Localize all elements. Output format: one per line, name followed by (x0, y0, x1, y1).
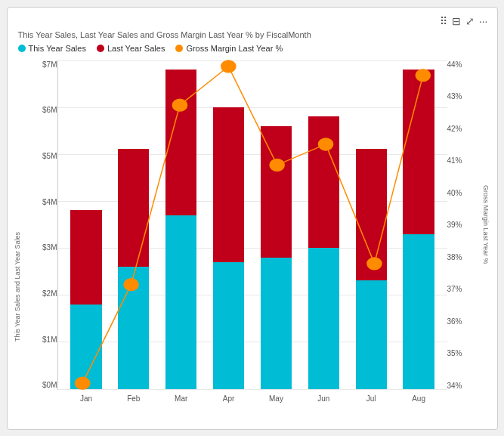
bar-red-aug (403, 70, 434, 233)
legend-item-this-year: This Year Sales (18, 44, 86, 53)
bar-group-jul: Jul (349, 60, 394, 389)
y-left-label-5m: $5M (42, 152, 57, 160)
filter-icon[interactable]: ⊟ (452, 15, 461, 27)
grid-line-7 (58, 389, 447, 390)
y-right-label-41: 41% (447, 156, 462, 165)
bar-red-mar (165, 70, 196, 215)
y-left-label-6m: $6M (42, 106, 57, 114)
y-right-label-42: 42% (447, 125, 462, 133)
bar-teal-feb (118, 267, 149, 389)
x-label-aug: Aug (412, 394, 425, 403)
bar-stack-jun (308, 116, 339, 389)
y-left-label-0m: $0M (42, 381, 57, 389)
y-right-label-37: 37% (447, 285, 462, 293)
x-label-feb: Feb (127, 394, 140, 403)
bar-red-apr (213, 107, 244, 262)
bar-group-mar: Mar (159, 60, 203, 389)
bar-teal-mar (165, 215, 196, 389)
bar-teal-jul (356, 280, 387, 388)
legend: This Year Sales Last Year Sales Gross Ma… (14, 42, 491, 57)
bar-red-feb (118, 149, 149, 266)
bar-teal-may (261, 258, 292, 389)
x-label-jul: Jul (366, 394, 376, 403)
legend-item-gross-margin: Gross Margin Last Year % (175, 44, 283, 53)
bar-stack-aug (403, 70, 434, 388)
y-right-label-36: 36% (447, 317, 462, 326)
legend-dot-gross-margin (175, 45, 183, 52)
y-right-label-44: 44% (447, 60, 462, 69)
x-label-apr: Apr (223, 394, 235, 403)
legend-dot-last-year (97, 45, 104, 52)
legend-item-last-year: Last Year Sales (97, 44, 165, 53)
bar-stack-jan (70, 210, 101, 388)
x-label-may: May (269, 394, 283, 403)
x-label-jan: Jan (80, 394, 92, 403)
chart-title: This Year Sales, Last Year Sales and Gro… (14, 29, 491, 42)
chart-area: This Year Sales and Last Year Sales $7M … (14, 57, 491, 407)
bar-group-aug: Aug (397, 60, 441, 389)
bar-group-feb: Feb (111, 60, 156, 389)
bar-group-jun: Jun (301, 60, 346, 389)
bar-red-jun (308, 116, 339, 248)
bar-stack-feb (118, 149, 149, 388)
x-label-jun: Jun (317, 394, 329, 403)
bar-stack-may (261, 126, 292, 389)
bar-teal-apr (213, 262, 244, 389)
bar-red-may (261, 126, 292, 258)
bar-red-jul (356, 149, 387, 280)
bar-group-jan: Jan (64, 60, 109, 389)
more-icon[interactable]: ··· (479, 15, 488, 27)
legend-dot-this-year (18, 45, 26, 52)
toolbar: ⠿ ⊟ ⤢ ··· (14, 14, 491, 29)
legend-label-gross-margin: Gross Margin Last Year % (186, 44, 283, 53)
bar-stack-jul (356, 149, 387, 388)
right-axis-title: Gross Margin Last Year % (482, 185, 490, 264)
bars-wrapper: Jan Feb Mar (58, 60, 447, 389)
legend-label-last-year: Last Year Sales (107, 44, 165, 53)
y-right-label-35: 35% (447, 349, 462, 357)
left-axis-title: This Year Sales and Last Year Sales (14, 232, 21, 342)
expand-icon[interactable]: ⤢ (465, 15, 475, 27)
chart-container: ⠿ ⊟ ⤢ ··· This Year Sales, Last Year Sal… (7, 7, 498, 430)
y-right-label-43: 43% (447, 92, 462, 100)
y-left-label-4m: $4M (42, 198, 57, 206)
bar-teal-jan (70, 305, 101, 389)
bar-teal-jun (308, 248, 339, 389)
legend-label-this-year: This Year Sales (29, 44, 86, 53)
bar-group-may: May (254, 60, 298, 389)
bar-stack-apr (213, 107, 244, 389)
y-axis-right: 44% 43% 42% 41% 40% 39% 38% 37% 36% 35% … (447, 57, 481, 407)
y-right-label-39: 39% (447, 221, 462, 229)
y-left-label-1m: $1M (42, 336, 57, 344)
y-right-label-40: 40% (447, 189, 462, 197)
bar-red-jan (70, 210, 101, 304)
bar-stack-mar (165, 70, 196, 388)
y-left-label-2m: $2M (42, 289, 57, 298)
y-left-label-3m: $3M (42, 243, 57, 252)
drag-handle-icon: ⠿ (440, 15, 447, 27)
bar-group-apr: Apr (206, 60, 251, 389)
y-left-label-7m: $7M (42, 60, 57, 69)
y-right-label-34: 34% (447, 382, 462, 390)
bar-teal-aug (403, 234, 434, 389)
y-axis-left: $7M $6M $5M $4M $3M $2M $1M $0M (24, 57, 57, 407)
left-axis-title-wrap: This Year Sales and Last Year Sales (14, 60, 24, 390)
right-axis-title-wrap: Gross Margin Last Year % (481, 60, 491, 390)
plot-area: Jan Feb Mar (57, 60, 447, 390)
y-right-label-38: 38% (447, 253, 462, 261)
x-label-mar: Mar (175, 394, 187, 403)
